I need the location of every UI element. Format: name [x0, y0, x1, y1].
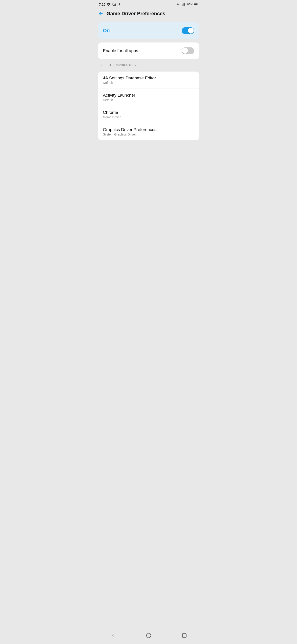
- nav-bar: [95, 628, 202, 644]
- list-item[interactable]: Chrome Game Driver: [98, 106, 199, 123]
- status-bar: 7:25: [95, 0, 202, 8]
- battery-icon: [194, 2, 198, 6]
- svg-rect-3: [182, 4, 183, 6]
- settings-status-icon: [107, 2, 111, 6]
- recents-nav-button[interactable]: [181, 632, 188, 639]
- on-toggle[interactable]: [182, 27, 194, 34]
- page-title: Game Driver Preferences: [107, 11, 165, 16]
- on-label: On: [103, 28, 110, 34]
- app-subtitle: Game Driver: [103, 116, 194, 119]
- app-name: Chrome: [103, 110, 194, 115]
- list-item[interactable]: Activity Launcher Default: [98, 89, 199, 106]
- main-content: On Enable for all apps SELECT GRAPHICS D…: [95, 20, 202, 628]
- section-header: SELECT GRAPHICS DRIVER: [98, 62, 199, 68]
- svg-rect-5: [184, 3, 184, 6]
- svg-point-2: [179, 4, 179, 4]
- on-toggle-knob: [188, 28, 194, 34]
- svg-rect-4: [183, 4, 184, 6]
- svg-rect-8: [194, 3, 197, 5]
- status-right: 86%: [177, 2, 198, 6]
- list-item[interactable]: 4A Settings Database Editor Default: [98, 72, 199, 89]
- app-subtitle: Default: [103, 98, 194, 102]
- app-name: 4A Settings Database Editor: [103, 76, 194, 80]
- status-left: 7:25: [99, 2, 122, 6]
- enable-label: Enable for all apps: [103, 48, 138, 53]
- signal-icon: [182, 2, 186, 6]
- svg-rect-6: [185, 3, 185, 6]
- battery-percent: 86%: [187, 3, 193, 6]
- back-nav-button[interactable]: [110, 632, 116, 639]
- app-name: Activity Launcher: [103, 93, 194, 98]
- app-subtitle: System Graphics Driver: [103, 132, 194, 136]
- svg-point-9: [146, 633, 151, 638]
- app-subtitle: Default: [103, 81, 194, 84]
- enable-toggle[interactable]: [182, 48, 194, 54]
- nfc-icon: [177, 2, 181, 6]
- svg-point-1: [113, 4, 114, 4]
- list-item[interactable]: Graphics Driver Preferences System Graph…: [98, 123, 199, 140]
- bolt-status-icon: [118, 2, 122, 6]
- app-name: Graphics Driver Preferences: [103, 127, 194, 132]
- svg-rect-10: [182, 634, 186, 637]
- on-card: On: [98, 22, 199, 39]
- enable-card: Enable for all apps: [98, 42, 199, 59]
- back-button[interactable]: [98, 11, 103, 16]
- status-time: 7:25: [99, 2, 105, 6]
- page-header: Game Driver Preferences: [95, 8, 202, 20]
- app-list: 4A Settings Database Editor Default Acti…: [98, 72, 199, 140]
- home-nav-button[interactable]: [145, 632, 152, 639]
- image-status-icon: [112, 2, 116, 6]
- enable-toggle-knob: [182, 48, 188, 54]
